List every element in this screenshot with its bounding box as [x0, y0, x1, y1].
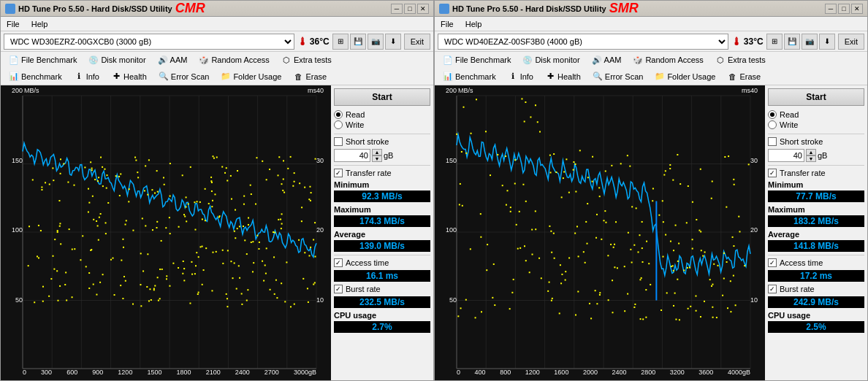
- maximize-button[interactable]: □: [838, 4, 850, 14]
- minimize-button[interactable]: ─: [391, 4, 403, 14]
- short-stroke-checkbox[interactable]: Short stroke: [768, 137, 864, 146]
- window-title: HD Tune Pro 5.50 - Hard Disk/SSD Utility: [18, 4, 172, 13]
- short-stroke-input[interactable]: [334, 149, 370, 162]
- access-time-checkbox[interactable]: Access time: [334, 258, 430, 267]
- access-time-checkbox[interactable]: Access time: [768, 258, 864, 267]
- nav-bar: 📄 File Benchmark 💿 Disk monitor 🔊 AAM 🎲 …: [435, 52, 867, 85]
- toolbar-icon-3[interactable]: 📷: [368, 34, 384, 50]
- nav-benchmark[interactable]: 📊 Benchmark: [4, 69, 67, 84]
- close-button[interactable]: ✕: [417, 4, 429, 14]
- window-controls[interactable]: ─ □ ✕: [825, 4, 863, 14]
- start-button[interactable]: Start: [334, 88, 430, 106]
- radio-read-label: Read: [780, 110, 799, 119]
- nav-erase[interactable]: 🗑 Erase: [288, 69, 332, 84]
- y-label-left: 200: [435, 87, 457, 94]
- nav-aam[interactable]: 🔊 AAM: [153, 53, 193, 67]
- nav-folder-usage[interactable]: 📁 Folder Usage: [650, 69, 720, 84]
- short-stroke-checkbox[interactable]: Short stroke: [334, 137, 430, 146]
- short-stroke-checkbox-box: [768, 137, 777, 146]
- nav-erase[interactable]: 🗑 Erase: [722, 69, 766, 84]
- radio-read[interactable]: Read: [334, 110, 430, 119]
- nav-error-scan[interactable]: 🔍 Error Scan: [153, 69, 215, 84]
- title-bar-smr: HD Tune Pro 5.50 - Hard Disk/SSD Utility…: [435, 1, 867, 17]
- maximize-button[interactable]: □: [404, 4, 416, 14]
- app-icon: [5, 4, 15, 14]
- nav-folder-usage[interactable]: 📁 Folder Usage: [216, 69, 286, 84]
- nav-aam[interactable]: 🔊 AAM: [587, 53, 627, 67]
- nav-random-access[interactable]: 🎲 Random Access: [628, 53, 708, 67]
- burst-rate-checkbox[interactable]: Burst rate: [334, 285, 430, 293]
- toolbar-icon-2[interactable]: 💾: [350, 34, 366, 50]
- nav-extra-tests[interactable]: ⬡ Extra tests: [710, 53, 771, 67]
- nav-file-benchmark[interactable]: 📄 File Benchmark: [438, 53, 516, 67]
- file-benchmark-icon: 📄: [9, 55, 19, 65]
- short-stroke-spin[interactable]: ▲ ▼: [806, 149, 816, 162]
- max-stat: Maximum 174.3 MB/s: [334, 205, 430, 227]
- exit-button[interactable]: Exit: [404, 34, 430, 50]
- toolbar-icon-1[interactable]: ⊞: [332, 34, 349, 50]
- min-value: 77.7 MB/s: [768, 190, 864, 202]
- nav-file-benchmark[interactable]: 📄 File Benchmark: [4, 53, 82, 67]
- spin-up[interactable]: ▲: [372, 149, 382, 155]
- x-label: 1200: [118, 369, 132, 380]
- chart-area: 2001501005040302010MB/sms030060090012001…: [1, 85, 331, 380]
- toolbar-icon-4[interactable]: ⬇: [819, 34, 835, 50]
- minimize-button[interactable]: ─: [825, 4, 837, 14]
- title-bar-cmr: HD Tune Pro 5.50 - Hard Disk/SSD Utility…: [1, 1, 433, 17]
- temp-display: 🌡 36°C: [297, 36, 330, 47]
- menu-help[interactable]: Help: [28, 19, 51, 29]
- short-stroke-spin[interactable]: ▲ ▼: [372, 149, 382, 162]
- start-button[interactable]: Start: [768, 88, 864, 106]
- title-left: HD Tune Pro 5.50 - Hard Disk/SSD Utility…: [439, 1, 639, 16]
- short-stroke-input[interactable]: [768, 149, 804, 162]
- toolbar-icon-1[interactable]: ⊞: [766, 34, 783, 50]
- toolbar-icon-3[interactable]: 📷: [802, 34, 818, 50]
- spin-up[interactable]: ▲: [806, 149, 816, 155]
- transfer-rate-checkbox[interactable]: Transfer rate: [768, 169, 864, 177]
- x-axis: 040080012001600200024002800320036004000g…: [457, 369, 750, 380]
- disk-selector[interactable]: WDC WD30EZRZ-00GXCB0 (3000 gB): [4, 34, 294, 50]
- spin-down[interactable]: ▼: [806, 155, 816, 162]
- nav-health[interactable]: ✚ Health: [540, 69, 586, 84]
- nav-health[interactable]: ✚ Health: [106, 69, 152, 84]
- menu-file[interactable]: File: [4, 19, 23, 29]
- nav-random-access[interactable]: 🎲 Random Access: [194, 53, 274, 67]
- close-button[interactable]: ✕: [851, 4, 863, 14]
- burst-rate-label: Burst rate: [780, 285, 815, 293]
- nav-info[interactable]: ℹ Info: [503, 69, 538, 84]
- nav-aam-label: AAM: [170, 55, 188, 64]
- nav-extra-tests[interactable]: ⬡ Extra tests: [276, 53, 337, 67]
- menu-file[interactable]: File: [438, 19, 457, 29]
- x-label: 0: [457, 369, 460, 380]
- max-label: Maximum: [334, 205, 430, 214]
- window-controls[interactable]: ─ □ ✕: [391, 4, 429, 14]
- nav-info[interactable]: ℹ Info: [69, 69, 104, 84]
- burst-rate-value: 232.5 MB/s: [334, 296, 430, 308]
- min-label: Minimum: [334, 180, 430, 189]
- radio-write[interactable]: Write: [334, 120, 430, 129]
- spin-down[interactable]: ▼: [372, 155, 382, 162]
- toolbar-icon-4[interactable]: ⬇: [385, 34, 401, 50]
- nav-benchmark-label: Benchmark: [455, 72, 496, 81]
- menu-help[interactable]: Help: [462, 19, 485, 29]
- nav-benchmark[interactable]: 📊 Benchmark: [438, 69, 501, 84]
- access-time-label: Access time: [780, 258, 823, 267]
- radio-read[interactable]: Read: [768, 110, 864, 119]
- max-stat: Maximum 183.2 MB/s: [768, 205, 864, 227]
- max-value: 183.2 MB/s: [768, 215, 864, 227]
- short-stroke-input-row: ▲ ▼ gB: [768, 149, 864, 162]
- disk-selector[interactable]: WDC WD40EZAZ-00SF3B0 (4000 gB): [438, 34, 728, 50]
- nav-error-scan[interactable]: 🔍 Error Scan: [587, 69, 649, 84]
- y-axis-right: 40302010: [750, 85, 765, 367]
- temp-value: 33°C: [744, 36, 764, 47]
- avg-value: 139.0 MB/s: [334, 240, 430, 252]
- nav-disk-monitor[interactable]: 💿 Disk monitor: [517, 53, 585, 67]
- transfer-rate-checkbox[interactable]: Transfer rate: [334, 169, 430, 177]
- random-access-icon: 🎲: [633, 55, 643, 65]
- exit-button[interactable]: Exit: [838, 34, 864, 50]
- radio-write[interactable]: Write: [768, 120, 864, 129]
- toolbar-icon-2[interactable]: 💾: [784, 34, 800, 50]
- x-label: 2400: [235, 369, 250, 380]
- nav-disk-monitor[interactable]: 💿 Disk monitor: [83, 53, 151, 67]
- burst-rate-checkbox[interactable]: Burst rate: [768, 285, 864, 293]
